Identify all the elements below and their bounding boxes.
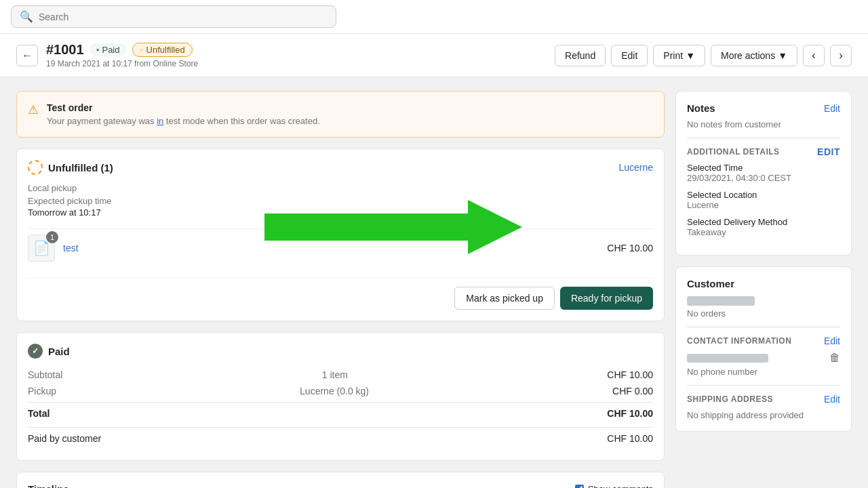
mark-picked-up-button[interactable]: Mark as picked up [454,287,555,310]
contact-row: 🗑 [687,352,840,364]
more-actions-button[interactable]: More actions ▼ [711,45,797,66]
notes-edit-link[interactable]: Edit [824,103,840,114]
timeline-title: Timeline [28,483,69,488]
selected-location-detail: Selected Location Lucerne [687,190,840,210]
pickup-amount: CHF 0.00 [612,386,653,396]
paid-card: ✓ Paid Subtotal 1 item CHF 10.00 Pickup … [16,332,665,461]
page-header: ← #1001 Paid Unfulfilled 19 March 2021 a… [0,34,868,77]
no-phone: No phone number [687,367,840,377]
edit-button[interactable]: Edit [611,45,648,66]
pickup-row: Pickup Lucerne (0.0 kg) CHF 0.00 [28,383,653,399]
search-bar[interactable]: 🔍 [11,5,336,28]
show-comments-label[interactable]: Show comments [575,484,653,488]
unfulfilled-card: Unfulfilled (1) Lucerne Local pickup Exp… [16,148,665,321]
lucerne-link[interactable]: Lucerne [618,162,653,173]
subtotal-qty: 1 item [322,369,348,380]
show-comments-checkbox[interactable] [575,485,584,488]
paid-title: ✓ Paid [28,344,70,359]
no-shipping-address: No shipping address provided [687,410,840,420]
search-input[interactable] [39,12,328,22]
header-actions: Refund Edit Print ▼ More actions ▼ ‹ › [555,45,852,66]
contact-edit-link[interactable]: Edit [824,336,840,346]
subtotal-label: Subtotal [28,369,62,380]
paid-icon: ✓ [28,344,43,359]
unfulfilled-icon [28,160,43,175]
shipping-address-title: SHIPPING ADDRESS [687,394,773,404]
total-amount: CHF 10.00 [607,408,653,419]
subtotal-amount: CHF 10.00 [607,369,653,380]
alert-title: Test order [47,102,320,113]
fulfillment-expected-time: Tomorrow at 10:17 [28,207,653,218]
additional-details-section: ADDITIONAL DETAILS Edit [687,146,840,157]
timeline-section: Timeline Show comments [16,472,665,488]
additional-details-edit-link[interactable]: Edit [817,146,840,157]
customer-orders: No orders [687,308,840,319]
item-qty-badge: 1 [46,231,58,243]
next-order-button[interactable]: › [830,45,852,66]
pickup-value: Lucerne (0.0 kg) [300,386,369,396]
test-order-alert: ⚠ Test order Your payment gateway was in… [16,91,665,138]
unfulfilled-badge: Unfulfilled [132,43,193,57]
search-icon: 🔍 [20,10,33,23]
shipping-edit-link[interactable]: Edit [824,394,840,405]
alert-link[interactable]: in [157,116,163,126]
order-number: #1001 [46,42,84,58]
unfulfilled-title: Unfulfilled (1) [28,160,113,175]
pickup-label: Pickup [28,386,56,396]
order-date: 19 March 2021 at 10:17 from Online Store [46,59,198,68]
customer-title: Customer [687,278,840,289]
item-price: CHF 10.00 [607,243,653,253]
customer-name-blur [687,296,755,306]
trash-icon[interactable]: 🗑 [829,352,840,364]
document-icon: 📄 [33,240,50,256]
customer-card: Customer No orders CONTACT INFORMATION E… [675,266,852,432]
contact-info-title: CONTACT INFORMATION [687,336,791,346]
total-row: Total CHF 10.00 [28,402,653,422]
no-notes-text: No notes from customer [687,119,840,129]
item-name-link[interactable]: test [63,243,599,253]
total-label: Total [28,408,50,419]
fulfillment-expected-label: Expected pickup time [28,196,653,206]
item-thumbnail: 📄 1 [28,235,55,262]
warning-icon: ⚠ [28,102,39,117]
print-button[interactable]: Print ▼ [653,45,705,66]
paid-badge: Paid [90,43,127,56]
chevron-down-icon: ▼ [778,50,787,61]
chevron-down-icon: ▼ [686,50,695,61]
notes-card: Notes Edit No notes from customer ADDITI… [675,91,852,256]
back-button[interactable]: ← [16,45,38,66]
order-item-row: 📄 1 test CHF 10.00 [28,228,653,267]
refund-button[interactable]: Refund [555,45,606,66]
selected-time-detail: Selected Time 29/03/2021, 04:30:0 CEST [687,163,840,183]
fulfillment-method: Local pickup [28,183,653,193]
paid-by-amount: CHF 10.00 [607,433,653,444]
paid-by-row: Paid by customer CHF 10.00 [28,427,653,449]
order-title-group: #1001 Paid Unfulfilled 19 March 2021 at … [46,42,198,68]
notes-title: Notes [687,102,715,114]
paid-by-label: Paid by customer [28,433,101,444]
alert-text: Your payment gateway was in test mode wh… [47,116,320,126]
subtotal-row: Subtotal 1 item CHF 10.00 [28,367,653,383]
prev-order-button[interactable]: ‹ [803,45,825,66]
contact-email-blur [687,354,768,363]
ready-for-pickup-button[interactable]: Ready for pickup [560,287,653,310]
selected-delivery-detail: Selected Delivery Method Takeaway [687,217,840,237]
